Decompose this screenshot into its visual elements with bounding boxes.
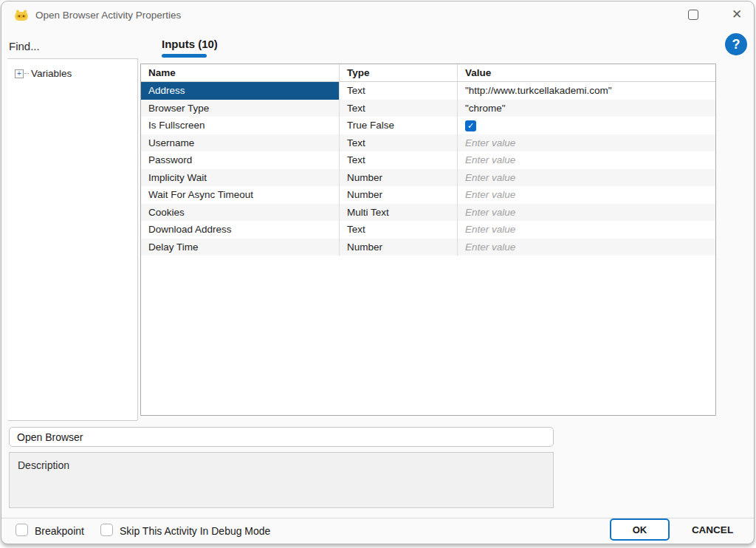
row-name-cell[interactable]: Username: [141, 134, 340, 152]
row-value-cell[interactable]: Enter value: [458, 151, 715, 169]
skip-debug-label: Skip This Activity In Debug Mode: [120, 525, 270, 537]
value-placeholder: Enter value: [465, 224, 515, 235]
description-textarea[interactable]: Description: [9, 452, 554, 508]
find-input[interactable]: Find...: [9, 40, 40, 52]
table-header: Name Type Value: [141, 64, 715, 82]
row-type-cell: Number: [340, 186, 458, 204]
value-placeholder: Enter value: [465, 207, 515, 218]
row-value-cell[interactable]: "http://www.turkcellakademi.com": [458, 82, 715, 100]
table-row[interactable]: Browser TypeText"chrome": [141, 100, 715, 117]
table-row[interactable]: UsernameTextEnter value: [141, 134, 715, 152]
tab-active-indicator: [162, 54, 207, 58]
row-name-cell[interactable]: Wait For Async Timeout: [141, 186, 340, 204]
row-value-cell[interactable]: Enter value: [458, 221, 715, 239]
tree-item-variables[interactable]: + Variables: [7, 59, 137, 79]
column-header-name: Name: [141, 64, 340, 81]
activity-name-input[interactable]: [9, 427, 554, 447]
description-placeholder: Description: [10, 453, 553, 471]
row-type-cell: Number: [340, 239, 458, 256]
tab-inputs[interactable]: Inputs (10): [162, 38, 218, 50]
robot-app-icon: [13, 7, 30, 24]
properties-dialog: Open Browser Activity Properties ✕ ? Fin…: [1, 1, 755, 544]
tree-item-label: Variables: [31, 68, 72, 79]
row-value-cell[interactable]: "chrome": [458, 100, 715, 117]
value-placeholder: Enter value: [465, 189, 515, 200]
row-type-cell: Multi Text: [340, 204, 458, 222]
row-name-cell[interactable]: Password: [141, 151, 340, 169]
table-body: AddressText"http://www.turkcellakademi.c…: [141, 82, 715, 256]
breakpoint-checkbox[interactable]: [16, 524, 28, 536]
title-bar: Open Browser Activity Properties ✕: [1, 1, 754, 30]
skip-debug-checkbox[interactable]: [100, 524, 113, 536]
value-placeholder: Enter value: [465, 154, 515, 165]
table-row[interactable]: Delay TimeNumberEnter value: [141, 239, 715, 256]
table-row[interactable]: Is FullscreenTrue False✓: [141, 117, 715, 134]
value-text: "http://www.turkcellakademi.com": [465, 85, 612, 96]
value-placeholder: Enter value: [465, 137, 515, 148]
maximize-button[interactable]: [688, 10, 698, 20]
table-row[interactable]: CookiesMulti TextEnter value: [141, 204, 715, 222]
row-value-cell[interactable]: Enter value: [458, 204, 715, 222]
row-name-cell[interactable]: Address: [141, 82, 340, 100]
row-value-cell[interactable]: Enter value: [458, 169, 715, 187]
value-placeholder: Enter value: [465, 242, 515, 253]
row-type-cell: Text: [340, 134, 458, 152]
table-row[interactable]: Download AddressTextEnter value: [141, 221, 715, 239]
row-value-cell[interactable]: Enter value: [458, 186, 715, 204]
row-name-cell[interactable]: Cookies: [141, 204, 340, 222]
table-row[interactable]: Wait For Async TimeoutNumberEnter value: [141, 186, 715, 204]
ok-button[interactable]: OK: [610, 518, 670, 541]
value-text: "chrome": [465, 103, 506, 114]
breakpoint-label: Breakpoint: [35, 525, 84, 537]
table-row[interactable]: Implicity WaitNumberEnter value: [141, 169, 715, 187]
table-row[interactable]: PasswordTextEnter value: [141, 151, 715, 169]
row-type-cell: Text: [340, 82, 458, 100]
row-value-cell[interactable]: Enter value: [458, 134, 715, 152]
row-value-cell[interactable]: ✓: [458, 117, 715, 134]
row-type-cell: Text: [340, 151, 458, 169]
help-button[interactable]: ?: [725, 33, 747, 55]
cancel-button[interactable]: CANCEL: [681, 518, 744, 541]
column-header-type: Type: [340, 64, 458, 81]
inputs-table: Name Type Value AddressText"http://www.t…: [140, 64, 716, 416]
row-type-cell: True False: [340, 117, 458, 134]
value-placeholder: Enter value: [465, 172, 515, 183]
close-icon[interactable]: ✕: [728, 6, 746, 24]
tree-connector: [24, 73, 29, 74]
row-type-cell: Number: [340, 169, 458, 187]
row-type-cell: Text: [340, 221, 458, 239]
row-name-cell[interactable]: Delay Time: [141, 239, 340, 256]
value-checkbox-checked[interactable]: ✓: [465, 120, 476, 131]
expand-plus-icon[interactable]: +: [15, 69, 24, 78]
row-name-cell[interactable]: Browser Type: [141, 100, 340, 117]
variables-panel: + Variables: [7, 58, 138, 421]
row-name-cell[interactable]: Download Address: [141, 221, 340, 239]
row-name-cell[interactable]: Is Fullscreen: [141, 117, 340, 134]
row-name-cell[interactable]: Implicity Wait: [141, 169, 340, 187]
row-type-cell: Text: [340, 100, 458, 117]
table-row[interactable]: AddressText"http://www.turkcellakademi.c…: [141, 82, 715, 100]
window-title: Open Browser Activity Properties: [35, 10, 181, 21]
column-header-value: Value: [458, 64, 715, 81]
row-value-cell[interactable]: Enter value: [458, 239, 715, 256]
